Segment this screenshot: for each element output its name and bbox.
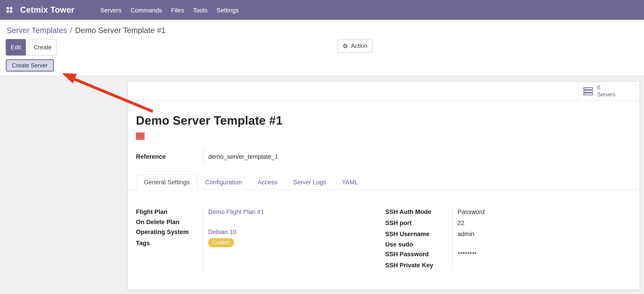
apps-grid-icon[interactable] [6,7,12,13]
field-ssh-username: SSH Username admin [385,228,631,239]
header-button-row: Create Server [0,56,644,77]
field-label: SSH port [385,219,452,226]
field-label: Flight Plan [136,208,203,215]
left-field-group: Flight Plan Demo Flight Plan #1 On Delet… [136,206,385,271]
flight-plan-link[interactable]: Demo Flight Plan #1 [203,208,264,215]
field-operating-system: Operating System Debian 10 [136,226,385,237]
tag-badge: Custom [208,238,234,247]
tab-server-logs[interactable]: Server Logs [285,174,334,190]
field-groups: Flight Plan Demo Flight Plan #1 On Delet… [128,206,640,271]
gear-icon: ⚙ [342,43,348,49]
breadcrumb-parent-link[interactable]: Server Templates [6,26,67,35]
page-title: Demo Server Template #1 [136,114,631,127]
breadcrumb: Server Templates/Demo Server Template #1 [0,20,644,35]
breadcrumb-separator: / [67,26,75,35]
color-swatch [136,132,144,140]
stat-button-box: 0 Servers [128,82,640,101]
field-label: SSH Auth Mode [385,208,452,215]
field-label: Use sudo [385,240,452,247]
field-label: SSH Private Key [385,262,452,269]
field-ssh-auth-mode: SSH Auth Mode Password [385,206,631,217]
servers-icon [583,87,593,95]
field-ssh-password: SSH Password ******** [385,248,631,260]
stat-value: 0 [597,84,616,91]
notebook-tabs: General Settings Configuration Access Se… [128,174,640,190]
top-navbar: Cetmix Tower Servers Commands Files Tool… [0,0,644,20]
field-value: admin [452,230,474,237]
breadcrumb-current: Demo Server Template #1 [75,26,166,35]
label-separator [452,206,453,271]
tab-general-settings[interactable]: General Settings [136,174,197,190]
tab-yaml[interactable]: YAML [334,174,366,190]
field-label: SSH Password [385,251,452,258]
control-panel: Edit Create ⚙ Action [0,35,644,56]
menu-item-servers[interactable]: Servers [96,6,126,13]
field-on-delete-plan: On Delete Plan [136,217,385,226]
action-menu-label: Action [351,42,368,50]
field-ssh-private-key: SSH Private Key [385,260,631,271]
menu-item-tools[interactable]: Tools [188,6,212,13]
field-label: Reference [136,153,203,160]
field-label: SSH Username [385,230,452,237]
label-separator [203,206,204,271]
edit-button[interactable]: Edit [6,39,26,56]
field-value: ******** [452,251,477,258]
field-reference: Reference demo_server_template_1 [136,149,366,164]
field-flight-plan: Flight Plan Demo Flight Plan #1 [136,206,385,217]
field-label: Operating System [136,228,203,235]
menu-item-commands[interactable]: Commands [126,6,167,13]
field-label: On Delete Plan [136,218,203,225]
form-sheet: 0 Servers Demo Server Template #1 Refere… [127,81,640,290]
tab-configuration[interactable]: Configuration [197,174,250,190]
action-menu-button[interactable]: ⚙ Action [338,39,372,53]
menu-item-files[interactable]: Files [166,6,188,13]
field-label: Tags [136,239,203,246]
app-window: Cetmix Tower Servers Commands Files Tool… [0,0,644,294]
create-server-button[interactable]: Create Server [6,59,54,72]
create-button[interactable]: Create [29,39,56,56]
tags-cell: Custom [203,238,234,247]
right-field-group: SSH Auth Mode Password SSH port 22 SSH U… [385,206,631,271]
stat-label: Servers [597,91,616,98]
field-use-sudo: Use sudo [385,239,631,248]
field-tags: Tags Custom [136,237,385,248]
servers-stat-button[interactable]: 0 Servers [578,82,640,100]
operating-system-link[interactable]: Debian 10 [203,228,236,235]
field-value: 22 [452,219,464,226]
content-area: 0 Servers Demo Server Template #1 Refere… [0,75,644,294]
app-brand[interactable]: Cetmix Tower [20,5,74,15]
main-menu: Servers Commands Files Tools Settings [96,6,244,13]
field-value: Password [452,208,484,215]
menu-item-settings[interactable]: Settings [212,6,244,13]
field-value: demo_server_template_1 [203,153,278,160]
field-ssh-port: SSH port 22 [385,217,631,228]
tab-access[interactable]: Access [250,174,285,190]
